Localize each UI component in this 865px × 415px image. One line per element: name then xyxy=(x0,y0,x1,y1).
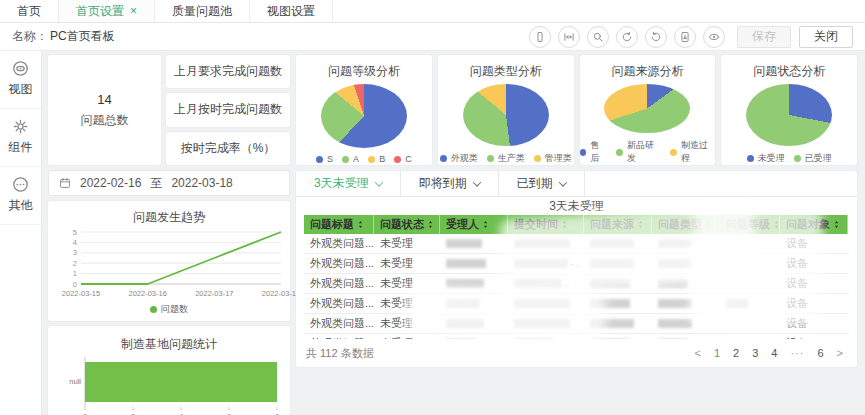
total-issues-widget[interactable]: 14 问题总数 xyxy=(48,55,161,165)
window-tab-首页[interactable]: 首页 xyxy=(0,0,59,22)
dashboard-name: PC首页看板 xyxy=(50,28,115,45)
table-cell: 设备 xyxy=(780,274,848,293)
redacted-cell xyxy=(726,299,748,308)
pie-chart-title: 问题状态分析 xyxy=(753,63,825,80)
dashboard-canvas: 14 问题总数 上月要求完成问题数上月按时完成问题数按时完成率（%） 2022-… xyxy=(42,51,865,415)
sidebar-item-视图[interactable]: 视图 xyxy=(0,51,41,109)
column-header-问题来源[interactable]: 问题来源 xyxy=(584,215,652,234)
table-cell xyxy=(720,314,780,333)
reset-button[interactable] xyxy=(645,26,667,48)
cell-text: 未受理 xyxy=(380,316,413,331)
bar-chart-svg: null02468 xyxy=(55,353,283,415)
legend-item: 新品研发 xyxy=(616,139,661,165)
redacted-cell xyxy=(590,279,630,288)
file-button[interactable] xyxy=(674,26,696,48)
pie-chart xyxy=(604,84,690,133)
table-row: 外观类问题...未受理-...设备 xyxy=(304,254,849,274)
legend-item: 问题数 xyxy=(150,303,188,316)
redacted-cell xyxy=(658,279,688,288)
issue-table-widget: 3天未受理即将到期已到期 3天未受理 问题标题问题状态受理人提交时间问题来源问题… xyxy=(296,171,857,367)
legend-item: 外观类 xyxy=(440,152,478,165)
table-cell xyxy=(440,254,508,273)
pie-widget-type_pie[interactable]: 问题类型分析外观类生产类管理类 xyxy=(438,55,574,165)
column-header-问题标题[interactable]: 问题标题 xyxy=(304,215,374,234)
zoom-button[interactable] xyxy=(587,26,609,48)
legend-label: 生产类 xyxy=(498,152,525,165)
window-tab-质量问题池[interactable]: 质量问题池 xyxy=(155,0,250,22)
svg-text:2022-03-17: 2022-03-17 xyxy=(195,289,233,298)
mobile-button[interactable] xyxy=(529,26,551,48)
window-tab-label: 首页设置 xyxy=(76,3,124,20)
legend-label: 已受理 xyxy=(805,152,832,165)
table-cell: 未受理 xyxy=(374,254,440,273)
page-number-1[interactable]: 1 xyxy=(714,347,720,359)
base-bar-chart-widget[interactable]: 制造基地问题统计 null02468 xyxy=(48,326,290,415)
redacted-cell xyxy=(514,299,570,308)
cell-text-fragment: .. xyxy=(564,278,570,289)
refresh-button[interactable] xyxy=(616,26,638,48)
fit-width-button[interactable] xyxy=(558,26,580,48)
sort-icon xyxy=(427,220,434,229)
page-number-3[interactable]: 3 xyxy=(752,347,758,359)
table-tab-即将到期[interactable]: 即将到期 xyxy=(401,171,499,196)
stat-card[interactable]: 按时完成率（%） xyxy=(166,132,290,165)
close-tab-icon[interactable]: × xyxy=(130,5,137,17)
next-page-button[interactable]: > xyxy=(837,347,843,359)
table-cell: 未受理 xyxy=(374,294,440,313)
window-tab-视图设置[interactable]: 视图设置 xyxy=(250,0,333,22)
svg-text:2: 2 xyxy=(73,259,77,268)
column-header-label: 问题等级 xyxy=(726,217,770,232)
legend-item: 已受理 xyxy=(794,152,832,165)
table-cell xyxy=(584,314,652,333)
table-cell: 未受理 xyxy=(374,314,440,333)
zoom-icon xyxy=(592,31,604,43)
dashboard-name-bar: 名称： PC首页看板 保存 关闭 xyxy=(0,23,865,51)
table-cell: 设备 xyxy=(780,234,848,253)
table-tab-3天未受理[interactable]: 3天未受理 xyxy=(296,171,401,196)
trend-chart-legend: 问题数 xyxy=(150,303,188,316)
column-header-问题对象[interactable]: 问题对象 xyxy=(780,215,848,234)
column-header-问题类型[interactable]: 问题类型 xyxy=(652,215,720,234)
sidebar-item-其他[interactable]: 其他 xyxy=(0,167,41,225)
bar-chart-title: 制造基地问题统计 xyxy=(121,336,217,353)
page-number-4[interactable]: 4 xyxy=(771,347,777,359)
prev-page-button[interactable]: < xyxy=(695,347,701,359)
legend-dot-icon xyxy=(616,149,623,156)
table-cell xyxy=(652,294,720,313)
close-button[interactable]: 关闭 xyxy=(799,26,853,48)
column-header-受理人[interactable]: 受理人 xyxy=(440,215,508,234)
column-header-提交时间[interactable]: 提交时间 xyxy=(508,215,584,234)
window-tab-首页设置[interactable]: 首页设置× xyxy=(59,0,155,22)
table-row: 外观类问题...未受理设备 xyxy=(304,234,849,254)
pie-widget-source_pie[interactable]: 问题来源分析售后新品研发制造过程 xyxy=(580,55,716,165)
mini-stat-cards: 上月要求完成问题数上月按时完成问题数按时完成率（%） xyxy=(166,55,290,165)
table-cell xyxy=(440,274,508,293)
page-number-6[interactable]: 6 xyxy=(817,347,823,359)
page-number-2[interactable]: 2 xyxy=(733,347,739,359)
eye-button[interactable] xyxy=(703,26,725,48)
column-header-问题状态[interactable]: 问题状态 xyxy=(374,215,440,234)
date-range-picker[interactable]: 2022-02-16 至 2022-03-18 xyxy=(48,170,290,196)
table-tab-label: 即将到期 xyxy=(419,175,467,192)
table-row: 外观类问题...未受理设备 xyxy=(304,294,849,314)
issue-table: 问题标题问题状态受理人提交时间问题来源问题类型问题等级问题对象外观类问题...未… xyxy=(304,215,849,339)
stat-card[interactable]: 上月要求完成问题数 xyxy=(166,55,290,88)
save-button[interactable]: 保存 xyxy=(737,26,791,48)
column-header-问题等级[interactable]: 问题等级 xyxy=(720,215,780,234)
stat-card[interactable]: 上月按时完成问题数 xyxy=(166,93,290,126)
trend-chart-widget[interactable]: 问题发生趋势 0123452022-03-152022-03-162022-03… xyxy=(48,201,290,321)
sort-icon xyxy=(357,220,364,229)
cell-text: 外观类问题... xyxy=(310,296,374,311)
sidebar-item-组件[interactable]: 组件 xyxy=(0,109,41,167)
pie-chart-row: 问题等级分析SABC问题类型分析外观类生产类管理类问题来源分析售后新品研发制造过… xyxy=(296,55,857,165)
pagination: <1234···6> xyxy=(695,347,844,359)
column-header-label: 问题来源 xyxy=(590,217,634,232)
table-tab-已到期[interactable]: 已到期 xyxy=(499,171,585,196)
cell-text: 未受理 xyxy=(380,236,413,251)
pie-widget-status_pie[interactable]: 问题状态分析未受理已受理 xyxy=(721,55,857,165)
column-header-label: 受理人 xyxy=(446,217,479,232)
pie-widget-level_pie[interactable]: 问题等级分析SABC xyxy=(296,55,432,165)
page-ellipsis: ··· xyxy=(790,347,804,359)
pie-legend: 外观类生产类管理类 xyxy=(440,152,572,165)
pie-legend: SABC xyxy=(316,154,412,164)
